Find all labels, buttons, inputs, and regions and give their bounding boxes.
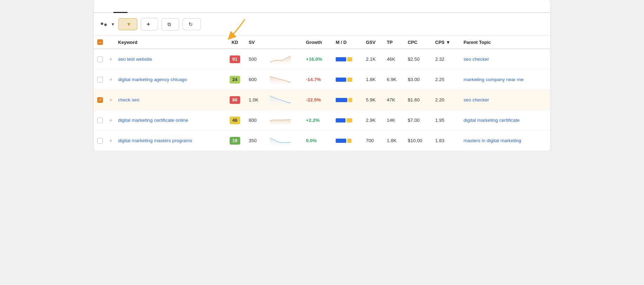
keyword-cell: digital marketing masters programs	[115, 131, 224, 151]
add-keyword-button[interactable]: +	[106, 90, 115, 110]
row-checkbox[interactable]	[97, 77, 103, 82]
parent-topic-cell: seo checker	[461, 49, 550, 69]
chevron-down-icon: ▼	[126, 21, 131, 27]
keyword-link[interactable]: check seo	[118, 97, 139, 102]
chart-cell	[267, 110, 303, 131]
row-checkbox[interactable]	[97, 138, 103, 144]
parent-topic-link[interactable]: seo checker	[464, 57, 489, 62]
arrow-annotation	[224, 16, 266, 40]
keyword-cell: seo test website	[115, 49, 224, 69]
sv-cell: 800	[246, 110, 267, 131]
select-all-checkbox[interactable]	[97, 39, 103, 45]
md-bar-blue	[336, 139, 346, 143]
growth-cell: -22.5%	[303, 90, 333, 110]
table-row: + digital marketing certificate online 4…	[94, 110, 550, 131]
add-keyword-button[interactable]: +	[106, 69, 115, 90]
growth-cell: +16.0%	[303, 49, 333, 69]
col-md: M / D	[333, 36, 363, 49]
kd-badge: 19	[230, 137, 240, 145]
growth-cell: +2.2%	[303, 110, 333, 131]
md-bar-yellow	[347, 139, 351, 143]
row-checkbox[interactable]	[97, 97, 103, 103]
cps-cell: 1.95	[432, 110, 461, 131]
kd-cell: 86	[224, 90, 246, 110]
cps-cell: 2.32	[432, 49, 461, 69]
add-keyword-button[interactable]: +	[106, 49, 115, 69]
keywords-table: Keyword KD SV Growth M / D GSV TP CPC CP…	[94, 36, 550, 151]
md-cell	[333, 131, 363, 151]
gsv-cell: 700	[363, 131, 384, 151]
parent-topic-link[interactable]: masters in digital marketing	[464, 138, 521, 143]
cpc-cell: $2.50	[405, 49, 432, 69]
md-bar-yellow	[347, 78, 352, 82]
col-tp: TP	[384, 36, 405, 49]
chart-cell	[267, 69, 303, 90]
chart-cell	[267, 131, 303, 151]
sv-cell: 350	[246, 131, 267, 151]
clusters-dropdown[interactable]: ▼	[101, 22, 115, 26]
row-checkbox[interactable]	[97, 57, 103, 62]
cpc-cell: $10.00	[405, 131, 432, 151]
parent-topic-cell: digital marketing certificate	[461, 110, 550, 131]
col-gsv: GSV	[363, 36, 384, 49]
copy-button[interactable]: ⧉	[162, 18, 179, 31]
tab-keywords[interactable]	[99, 0, 113, 13]
keyword-link[interactable]: digital marketing certificate online	[118, 118, 188, 123]
update-button[interactable]: ↻	[183, 18, 201, 30]
cps-cell: 1.83	[432, 131, 461, 151]
parent-topic-link[interactable]: digital marketing certificate	[464, 118, 520, 123]
parent-topic-link[interactable]: marketing company near me	[464, 77, 524, 82]
plus-icon: +	[147, 21, 150, 27]
add-keyword-button[interactable]: +	[106, 131, 115, 151]
keyword-cell: digital marketing agency chicago	[115, 69, 224, 90]
clusters-icon	[101, 22, 107, 26]
md-bar-blue	[336, 57, 346, 61]
sv-cell: 500	[246, 49, 267, 69]
add-to-button[interactable]: +	[141, 18, 158, 31]
parent-topic-cell: seo checker	[461, 90, 550, 110]
checkbox-cell	[94, 69, 106, 90]
md-cell	[333, 110, 363, 131]
row-checkbox[interactable]	[97, 118, 103, 123]
checkbox-cell	[94, 90, 106, 110]
keyword-cell: check seo	[115, 90, 224, 110]
chart-cell	[267, 49, 303, 69]
keyword-link[interactable]: seo test website	[118, 57, 152, 62]
parent-topic-link[interactable]: seo checker	[464, 97, 489, 102]
tp-cell: 1.8K	[384, 131, 405, 151]
chart-cell	[267, 90, 303, 110]
keyword-link[interactable]: digital marketing agency chicago	[118, 77, 187, 82]
col-cps: CPS ▼	[432, 36, 461, 49]
tabs-bar	[94, 0, 550, 13]
kd-badge: 86	[230, 96, 240, 104]
cps-cell: 2.20	[432, 90, 461, 110]
checkbox-cell	[94, 110, 106, 131]
col-parent-topic: Parent Topic	[461, 36, 550, 49]
kd-cell: 19	[224, 131, 246, 151]
cpc-cell: $3.00	[405, 69, 432, 90]
sv-cell: 1.0K	[246, 90, 267, 110]
cps-cell: 2.25	[432, 69, 461, 90]
table-row: + check seo 86 1.0K -22.5% 5.9K 47K $1.6…	[94, 90, 550, 110]
tp-cell: 14K	[384, 110, 405, 131]
add-keyword-button[interactable]: +	[106, 110, 115, 131]
kd-cell: 24	[224, 69, 246, 90]
tab-clusters-parent[interactable]	[113, 0, 127, 13]
md-bar-blue	[336, 78, 346, 82]
table-row: + digital marketing agency chicago 24 60…	[94, 69, 550, 90]
keyword-link[interactable]: digital marketing masters programs	[118, 138, 192, 143]
growth-cell: -14.7%	[303, 69, 333, 90]
refresh-icon: ↻	[189, 21, 193, 27]
tab-clusters-terms[interactable]	[127, 0, 142, 13]
table-row: + seo test website 91 500 +16.0% 2.1K 46…	[94, 49, 550, 69]
selected-button[interactable]: ▼	[118, 18, 137, 30]
gsv-cell: 5.9K	[363, 90, 384, 110]
md-bar-blue	[336, 118, 346, 122]
kd-badge: 46	[230, 117, 240, 124]
col-growth: Growth	[303, 36, 333, 49]
col-keyword: Keyword	[115, 36, 224, 49]
sv-cell: 600	[246, 69, 267, 90]
md-bar-yellow	[348, 98, 352, 102]
tp-cell: 6.9K	[384, 69, 405, 90]
gsv-cell: 2.1K	[363, 49, 384, 69]
